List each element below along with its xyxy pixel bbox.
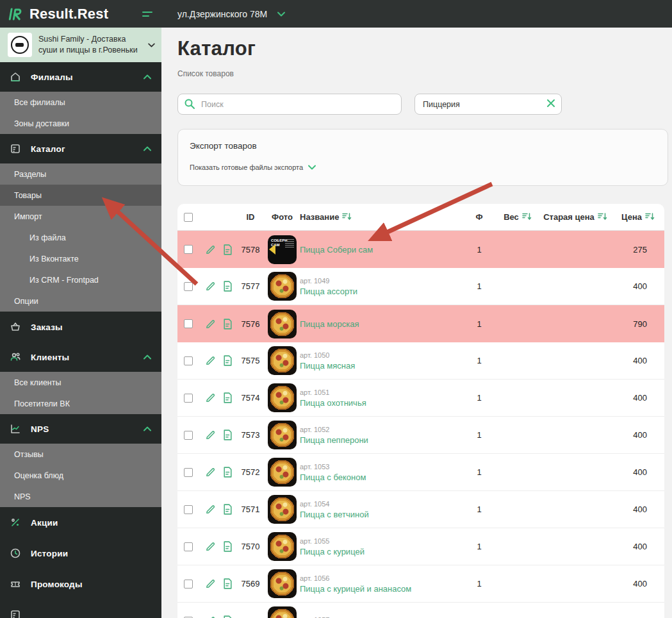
sidebar-item-Все филиалы[interactable]: Все филиалы [0,92,161,113]
document-icon[interactable] [218,466,236,478]
document-icon[interactable] [218,578,236,590]
main-content: Каталог Список товаров Экспорт товаров П… [161,28,672,618]
product-photo[interactable] [268,569,297,598]
sidebar-item-Импорт[interactable]: Импорт [0,206,161,227]
sidebar-section-label: Акции [31,518,58,528]
sidebar-section-partial[interactable] [0,599,161,618]
table-row: 7576 Пицца морская 1 790 [177,305,664,342]
product-photo[interactable] [268,346,297,375]
sidebar-item-NPS[interactable]: NPS [0,486,161,507]
product-price: 400 [607,542,655,551]
edit-icon[interactable] [202,578,218,589]
edit-icon[interactable] [202,615,218,618]
edit-icon[interactable] [202,355,218,366]
export-toggle[interactable]: Показать готовые файлы экспорта [190,163,656,171]
edit-icon[interactable] [202,541,218,552]
document-icon[interactable] [218,503,236,515]
select-all-checkbox[interactable] [184,213,193,222]
product-name-link[interactable]: Пицца с курицей и ананасом [300,584,466,594]
sidebar-item-Все клиенты[interactable]: Все клиенты [0,372,161,393]
row-checkbox[interactable] [184,394,193,403]
sidebar-section-NPS[interactable]: NPS [0,414,161,444]
sort-icon[interactable] [598,212,607,222]
document-icon[interactable] [218,318,236,330]
product-name-link[interactable]: Пицца ассорти [300,287,466,296]
product-name-link[interactable]: Пицца охотничья [300,398,466,408]
sidebar-section-Филиалы[interactable]: Филиалы [0,62,161,92]
row-checkbox[interactable] [184,580,193,589]
location-selector[interactable]: ул.Дзержинского 78М [161,9,285,19]
row-checkbox[interactable] [184,505,193,514]
clear-filter-icon[interactable] [546,99,555,108]
row-checkbox[interactable] [184,468,193,477]
sidebar-item-Товары[interactable]: Товары [0,185,161,206]
sidebar-section-Промокоды[interactable]: Промокоды [0,569,161,599]
sort-icon[interactable] [645,212,655,222]
nps-icon [9,422,22,435]
product-name-link[interactable]: Пицца с беконом [300,472,466,482]
product-name-link[interactable]: Пицца Собери сам [300,245,466,255]
document-icon[interactable] [218,280,236,292]
product-name-link[interactable]: Пицца морская [300,319,466,329]
document-icon[interactable] [218,429,236,441]
document-icon[interactable] [218,615,236,618]
product-art: арт. 1054 [300,500,466,508]
edit-icon[interactable] [202,281,218,292]
sidebar-item-Посетители ВК[interactable]: Посетители ВК [0,393,161,414]
product-photo[interactable] [268,458,297,487]
row-checkbox[interactable] [184,431,193,440]
sidebar-section-Истории[interactable]: Истории [0,538,161,569]
brand-logo[interactable]: Result.Rest [8,6,108,22]
row-checkbox[interactable] [184,319,193,328]
menu-toggle-icon[interactable] [142,12,152,17]
row-checkbox[interactable] [184,356,193,365]
edit-icon[interactable] [202,319,218,330]
sidebar-section-Каталог[interactable]: Каталог [0,134,161,163]
sidebar-item-Из файла[interactable]: Из файла [0,227,161,248]
product-photo[interactable] [268,532,297,561]
account-switcher[interactable]: Sushi Family - Доставка суши и пиццы в г… [0,28,161,62]
sidebar-item-Опции[interactable]: Опции [0,290,161,312]
product-photo[interactable] [268,272,297,301]
sidebar-item-Оценка блюд[interactable]: Оценка блюд [0,465,161,486]
document-icon[interactable] [218,540,236,553]
edit-icon[interactable] [202,467,218,478]
product-photo[interactable]: СОБЕРИСАМ [268,235,297,264]
sidebar-item-Зоны доставки[interactable]: Зоны доставки [0,113,161,134]
sidebar-item-Отзывы[interactable]: Отзывы [0,444,161,465]
sort-icon[interactable] [342,212,352,222]
product-photo[interactable] [268,495,297,524]
product-name-link[interactable]: Пицца с курицей [300,547,466,556]
edit-icon[interactable] [202,504,218,515]
row-checkbox[interactable] [184,542,193,551]
edit-icon[interactable] [202,392,218,403]
col-price: Цена [607,212,655,222]
document-icon[interactable] [218,392,236,404]
product-photo[interactable] [268,421,297,449]
document-icon[interactable] [218,355,236,367]
sort-icon[interactable] [522,212,532,222]
product-f: 1 [477,579,481,589]
sidebar-item-Из Вконтакте[interactable]: Из Вконтакте [0,248,161,269]
sidebar-section-Акции[interactable]: Акции [0,507,161,538]
product-photo[interactable] [268,383,297,412]
edit-icon[interactable] [202,430,218,440]
product-art: арт. 1056 [300,574,466,582]
sidebar-section-Заказы[interactable]: Заказы [0,312,161,342]
product-name-link[interactable]: Пицца с ветчиной [300,510,466,519]
search-input[interactable] [177,94,402,115]
row-checkbox[interactable] [184,245,193,254]
row-checkbox[interactable] [184,282,193,291]
product-photo[interactable] [268,606,297,618]
product-name-link[interactable]: Пицца мясная [300,361,466,371]
document-icon[interactable] [218,244,236,256]
clients-icon [9,351,22,363]
sidebar-item-Разделы[interactable]: Разделы [0,163,161,185]
category-filter-input[interactable] [414,94,562,115]
sidebar-section-Клиенты[interactable]: Клиенты [0,342,161,372]
search-icon [184,98,195,110]
edit-icon[interactable] [202,244,218,255]
sidebar-item-Из CRM - Frontpad[interactable]: Из CRM - Frontpad [0,269,161,290]
product-photo[interactable] [268,310,297,338]
product-name-link[interactable]: Пицца пепперони [300,435,466,445]
